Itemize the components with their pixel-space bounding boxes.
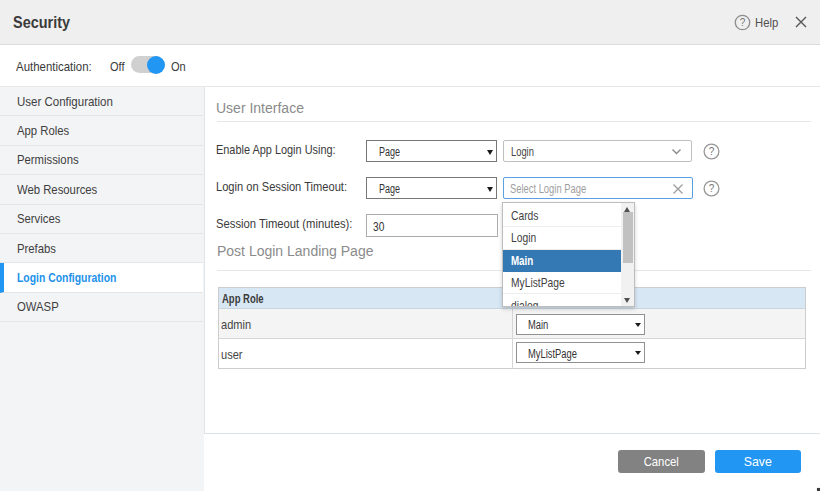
svg-text:?: ? [740, 17, 746, 28]
svg-text:?: ? [709, 146, 715, 157]
svg-text:?: ? [709, 183, 715, 194]
